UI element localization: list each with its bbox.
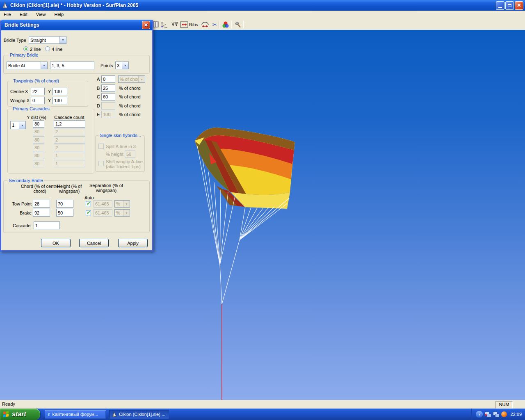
- kite-canopy: [180, 120, 304, 202]
- tow-height-input[interactable]: [56, 200, 73, 208]
- split-a-line-checkbox: [98, 144, 104, 149]
- chevron-down-icon: ▼: [123, 201, 130, 207]
- chord-d-label: D: [97, 103, 100, 108]
- tools-icon[interactable]: [233, 20, 242, 29]
- bridle-at-select[interactable]: Bridle At▼: [7, 62, 48, 69]
- span-arc-icon[interactable]: [200, 20, 210, 29]
- count-input-2: [54, 128, 85, 135]
- cascade-label: Cascade: [13, 223, 30, 228]
- ydist-input-4: [33, 144, 44, 151]
- height-column-header: Height (% of wingspan): [54, 184, 85, 194]
- centre-y-input[interactable]: [52, 88, 67, 95]
- dialog-titlebar[interactable]: Bridle Settings ✕: [1, 20, 152, 30]
- restore-button[interactable]: [505, 1, 514, 10]
- menu-view[interactable]: View: [32, 11, 50, 19]
- radio-4line[interactable]: [45, 46, 50, 51]
- auto-label: Auto: [84, 195, 94, 200]
- surfplan-icon: [112, 412, 117, 417]
- menu-help[interactable]: Help: [51, 11, 68, 19]
- brake-height-input[interactable]: [56, 209, 73, 217]
- wingtip-y-input[interactable]: [52, 97, 67, 104]
- taskbar-item-browser[interactable]: e Кайтинговый форум...: [45, 410, 106, 419]
- centre-x-input[interactable]: [31, 88, 45, 95]
- tow-separation-input: [94, 200, 112, 208]
- tow-point-label: Tow Point: [9, 201, 32, 206]
- chord-b-label: B: [97, 86, 100, 91]
- count-input-6: [54, 160, 85, 167]
- width-arrows-icon[interactable]: [179, 20, 189, 29]
- separation-column-header: Separation (% of wingspan): [83, 183, 129, 193]
- chevron-down-icon: ▼: [41, 62, 47, 69]
- dialog-close-button[interactable]: ✕: [142, 21, 150, 29]
- network-icon[interactable]: [493, 412, 499, 417]
- count-input-4: [54, 144, 85, 151]
- wingtip-y-label: Y: [48, 98, 51, 103]
- brake-chord-input[interactable]: [33, 209, 50, 217]
- count-input-3: [54, 136, 85, 144]
- brake-label: Brake: [9, 210, 32, 215]
- scissors-icon[interactable]: ✂: [210, 20, 219, 29]
- start-button[interactable]: start: [0, 409, 40, 420]
- brake-unit-select: %▼: [114, 209, 130, 217]
- menu-edit[interactable]: Edit: [16, 11, 31, 19]
- colors-icon[interactable]: [221, 20, 230, 29]
- height-label: % height: [106, 152, 123, 157]
- window-titlebar[interactable]: Ciklon (Ciklon[1].sle) * - Hobby Version…: [0, 0, 525, 11]
- minimize-button[interactable]: [496, 1, 504, 10]
- chevron-down-icon: ▼: [123, 210, 130, 216]
- bridle-at-input[interactable]: [50, 62, 94, 69]
- apply-button[interactable]: Apply: [118, 239, 148, 247]
- chord-c-input[interactable]: [101, 93, 115, 100]
- menu-file[interactable]: File: [0, 11, 15, 19]
- ydist-input-3: [33, 136, 44, 144]
- chord-b-input[interactable]: [101, 84, 115, 92]
- cascade-input[interactable]: [34, 221, 60, 229]
- taskbar-item-surfplan[interactable]: Ciklon (Ciklon[1].sle) ...: [109, 410, 169, 419]
- plot-axes-icon[interactable]: [159, 20, 169, 29]
- count-input-1[interactable]: [54, 120, 85, 128]
- cancel-button[interactable]: Cancel: [79, 239, 109, 247]
- orange-app-icon[interactable]: [501, 411, 507, 417]
- chevron-down-icon: ▼: [59, 37, 66, 43]
- primary-cascades-group-label: Primary Cascades: [11, 106, 51, 111]
- height-input: [125, 151, 135, 158]
- chevron-down-icon: ▼: [138, 76, 145, 82]
- ydist-input-1[interactable]: [33, 120, 44, 128]
- clock: 22:09: [510, 412, 522, 417]
- hide-icons-chevron[interactable]: ‹: [476, 411, 483, 418]
- tow-chord-input[interactable]: [33, 200, 50, 208]
- primary-bridle-group-label: Primary Bridle: [9, 52, 39, 57]
- network-error-icon[interactable]: ✕: [485, 412, 491, 417]
- shift-wingtip-label: Shift wingtip A-line (aka Trident Tips): [106, 159, 143, 169]
- chord-a-input[interactable]: [101, 75, 115, 83]
- num-lock-indicator: NUM: [495, 401, 513, 409]
- chord-c-label: C: [97, 94, 100, 99]
- ok-button[interactable]: OK: [41, 239, 71, 247]
- bridle-lines-icon[interactable]: [169, 20, 179, 29]
- cascade-level-select[interactable]: 1▼: [10, 121, 26, 129]
- menubar: File Edit View Help: [0, 11, 525, 19]
- centre-label: Centre X: [10, 89, 28, 94]
- tow-auto-checkbox[interactable]: [86, 201, 91, 206]
- centre-y-label: Y: [48, 89, 51, 94]
- ydist-input-5: [33, 152, 44, 159]
- points-select[interactable]: 3▼: [115, 62, 129, 69]
- ydist-input-2: [33, 128, 44, 135]
- chord-e-unit: % of chord: [119, 112, 141, 117]
- radio-2line[interactable]: [23, 46, 28, 51]
- ribs-icon[interactable]: Ribs: [188, 20, 199, 29]
- radio-2line-label: 2 line: [30, 47, 41, 52]
- statusbar: Ready NUM: [0, 400, 525, 409]
- tow-unit-select: %▼: [114, 200, 130, 208]
- wingtip-x-input[interactable]: [31, 97, 45, 104]
- cascade-count-column-header: Cascade count: [52, 115, 86, 120]
- chevron-down-icon: ▼: [19, 121, 25, 129]
- system-tray: ‹ ✕ 22:09: [471, 409, 525, 420]
- chord-c-unit: % of chord: [119, 94, 141, 99]
- chord-b-unit: % of chord: [119, 86, 141, 91]
- bridle-type-select[interactable]: Straight▼: [29, 36, 66, 44]
- brake-auto-checkbox[interactable]: [86, 210, 91, 215]
- close-button[interactable]: ✕: [515, 1, 523, 10]
- app-icon: [2, 2, 8, 9]
- chord-d-unit: % of chord: [119, 103, 141, 108]
